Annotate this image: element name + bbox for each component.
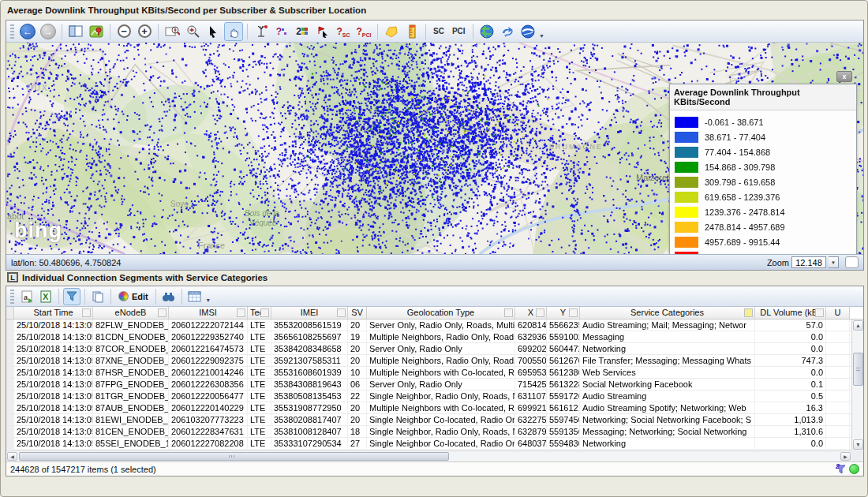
scroll-down-button[interactable]: ▼ [853,439,863,450]
pan-hand-button[interactable] [224,22,243,41]
google-earth-button[interactable] [518,22,537,41]
column-filter-box[interactable] [337,308,346,317]
column-filter-box[interactable] [82,308,91,317]
scroll-up-button[interactable]: ▲ [853,320,863,331]
row-selector[interactable] [6,426,14,437]
toolbar-grip[interactable] [10,290,14,304]
toolbar-grip[interactable] [10,24,14,39]
column-filter-box[interactable] [569,308,578,317]
horizontal-scroll-thumb[interactable] [19,452,449,461]
query-pci-button[interactable]: ? PCI [354,22,373,41]
row-selector[interactable] [6,438,14,449]
column-filter-box[interactable] [260,308,269,317]
split-view-button[interactable] [66,22,85,41]
row-selector[interactable] [6,414,14,425]
cell-x: 700550 [515,355,547,366]
legend-close-button[interactable]: x [836,71,852,82]
column-header-y[interactable]: Y [547,307,580,319]
filter-button[interactable] [63,288,80,305]
forward-button[interactable]: → [39,22,58,41]
vertical-scroll-thumb[interactable] [853,353,863,386]
table-row[interactable]: 25/10/2018 14:13:0581CDN_ENODEB_12060122… [6,331,863,343]
column-filter-box[interactable] [158,308,166,317]
table-row[interactable]: 25/10/2018 14:13:0587XNE_ENODEB_12060122… [6,355,863,367]
scroll-left-button[interactable]: ◀ [7,452,17,461]
column-filter-box[interactable] [237,308,245,317]
column-header-enodeb[interactable]: eNodeB [93,307,169,319]
column-header-u[interactable]: U [826,307,850,319]
query-sc-button[interactable]: ? SC [334,22,353,41]
row-selector[interactable] [6,390,14,402]
table-row[interactable]: 25/10/2018 14:13:0587FPG_ENODEB_12060122… [6,379,863,390]
grid-view-button[interactable] [186,288,204,305]
table-row[interactable]: 25/10/2018 14:13:0581TGR_ENODEB_12060122… [6,390,863,402]
scroll-right-button[interactable]: ▶ [840,452,851,461]
column-header-start[interactable]: Start Time [14,307,93,319]
table-row[interactable]: 25/10/2018 14:13:0587AUB_ENODEB_12060122… [6,402,863,414]
table-row[interactable]: 25/10/2018 14:13:0585SEI_ENODEB_12060122… [6,438,863,450]
zoom-window-button[interactable] [163,22,181,41]
cell-geo: Single Neighbor Co-located, Radio Only, … [367,414,515,425]
export-text-button[interactable]: a [18,288,36,305]
column-header-dl[interactable]: DL Volume (kB) [755,307,826,319]
row-selector[interactable] [6,331,14,342]
sync-button[interactable] [498,22,517,41]
flag-select-button[interactable] [313,22,332,41]
row-selector[interactable] [6,367,14,378]
legend-range-label: 1239.376 - 2478.814 [705,207,785,217]
table-row[interactable]: 25/10/2018 14:13:0581CEN_ENODEB_12060122… [6,426,863,438]
cell-geo: Single Neighbor, Radio Only, Roads, Mult… [367,426,515,437]
column-header-tech[interactable]: Tech [248,307,271,319]
map-viewport[interactable]: OUXabotSoyeBois de laVéquéeBRUMAGNEMaize… [6,43,863,254]
table-row[interactable]: 25/10/2018 14:13:0582FLW_ENODEB_12060122… [6,320,863,331]
column-filter-box[interactable] [536,308,544,317]
column-header-sv[interactable]: SV [348,307,367,319]
pci-button[interactable]: PCI [449,25,469,37]
zoom-out-button[interactable]: − [114,22,133,41]
active-filter-indicator[interactable]: 2 [836,464,847,474]
cell-imei: 35532008561519 [271,320,348,331]
layers-query-button[interactable]: 2 [293,22,312,41]
row-selector[interactable] [6,402,14,413]
column-filter-box[interactable] [744,308,753,317]
table-row[interactable]: 25/10/2018 14:13:0581EWI_ENODEB_12061032… [6,414,863,426]
edit-button[interactable]: Edit [115,288,152,305]
column-header-geo[interactable]: Geolocation Type [367,307,515,319]
column-header-x[interactable]: X [515,307,547,319]
polygon-button[interactable] [382,22,401,41]
row-selector[interactable] [6,355,14,366]
ruler-button[interactable] [402,22,421,41]
row-selector[interactable] [6,343,14,354]
column-label: Y [560,308,566,317]
find-button[interactable] [160,288,178,305]
column-filter-box[interactable] [504,308,513,317]
column-header-svc[interactable]: Service Categories [580,307,755,319]
column-filter-box[interactable] [815,308,824,317]
zoom-dropdown-button[interactable]: ▾ [829,256,839,268]
horizontal-scrollbar[interactable]: ◀ ▶ [6,450,851,462]
grid-body: 25/10/2018 14:13:0582FLW_ENODEB_12060122… [6,320,863,450]
zoom-select-button[interactable] [183,22,202,41]
zoom-in-button[interactable]: + [135,22,154,41]
row-selector[interactable] [6,320,14,331]
query-points-button[interactable]: ? [272,22,291,41]
map-pin-button[interactable] [87,22,106,41]
zoom-value-input[interactable] [791,256,826,268]
table-row[interactable]: 25/10/2018 14:13:0587COR_ENODEB_12060122… [6,343,863,355]
filter-funnel-icon [65,290,78,302]
globe-button[interactable] [477,22,496,41]
vertical-scrollbar[interactable]: ▲ ▼ [851,320,863,450]
row-selector[interactable] [6,379,14,390]
export-excel-button[interactable]: X [37,288,54,305]
sc-button[interactable]: SC [430,25,447,37]
back-button[interactable]: ← [18,22,37,41]
toolbar-overflow-button[interactable]: ▾ [541,32,544,39]
column-header-imei[interactable]: IMEI [271,307,348,319]
table-row[interactable]: 25/10/2018 14:13:0587HSR_ENODEB_12060122… [6,367,863,379]
toolbar-overflow-button[interactable]: ▾ [207,297,210,304]
column-header-imsi[interactable]: IMSI [169,307,248,319]
map-corner-button[interactable] [845,256,859,268]
copy-button[interactable] [89,288,107,305]
select-cursor-button[interactable] [204,22,223,41]
site-analysis-button[interactable] [252,22,271,41]
